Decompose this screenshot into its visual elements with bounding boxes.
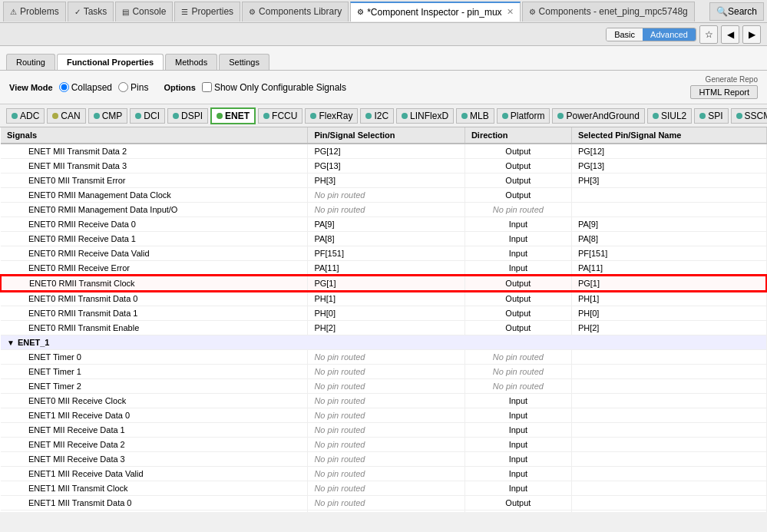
tab-settings[interactable]: Settings <box>219 54 269 70</box>
signal-tab-dspi[interactable]: DSPI <box>167 108 208 124</box>
collapsed-radio-input[interactable] <box>59 82 69 92</box>
mlb-dot <box>461 113 468 119</box>
tab-methods[interactable]: Methods <box>165 54 217 70</box>
table-row[interactable]: ENET0 RMII Management Data ClockNo pin r… <box>1 188 766 203</box>
component-inspector-icon: ⚙ <box>357 8 364 16</box>
signal-tab-adc[interactable]: ADC <box>6 108 45 124</box>
selected-pin-cell: PA[9] <box>571 217 766 232</box>
table-row[interactable]: ENET MII Receive Data 2No pin routedInpu… <box>1 438 766 452</box>
generate-report: Generate Repo HTML Report <box>690 75 758 99</box>
signal-name-cell: ENET1 MII Transmit Data 0 <box>1 496 308 511</box>
signal-tab-fccu[interactable]: FCCU <box>258 108 303 124</box>
signal-tab-linflexd[interactable]: LINFlexD <box>396 108 454 124</box>
table-row[interactable]: ENET0 RMII Transmit Data 1PH[0]OutputPH[… <box>1 306 766 321</box>
col-pin: Pin/Signal Selection <box>308 127 464 144</box>
table-row[interactable]: ENET0 MII Transmit ErrorPH[3]OutputPH[3] <box>1 173 766 188</box>
basic-button[interactable]: Basic <box>607 28 643 41</box>
mlb-label: MLB <box>470 111 489 121</box>
tab-console[interactable]: ▤ Console <box>115 2 173 21</box>
table-row[interactable]: ENET0 RMII Transmit Data 0PH[1]OutputPH[… <box>1 291 766 306</box>
tab-component-inspector[interactable]: ⚙ *Component Inspector - pin_mux ✕ <box>350 2 520 21</box>
signal-tab-siul2[interactable]: SIUL2 <box>647 108 692 124</box>
tab-components-enet[interactable]: ⚙ Components - enet_ping_mpc5748g <box>522 2 695 21</box>
search-icon: 🔍 <box>716 6 728 17</box>
sscm-dot <box>736 113 742 119</box>
direction-cell: Output <box>464 276 571 291</box>
table-row[interactable]: ENET0 RMII Receive Data ValidPF[151]Inpu… <box>1 246 766 261</box>
signal-tab-platform[interactable]: Platform <box>497 108 550 124</box>
signal-tab-powerandground[interactable]: PowerAndGround <box>552 108 644 124</box>
tab-components-lib[interactable]: ⚙ Components Library <box>242 2 349 21</box>
signal-tab-mlb[interactable]: MLB <box>456 108 494 124</box>
table-row[interactable]: ENET MII Receive Data 1No pin routedInpu… <box>1 423 766 438</box>
table-row[interactable]: ENET0 RMII Receive ErrorPA[11]InputPA[11… <box>1 261 766 276</box>
table-row[interactable]: ENET Timer 0No pin routedNo pin routed <box>1 350 766 365</box>
powerandground-label: PowerAndGround <box>566 111 639 121</box>
tab-problems[interactable]: ⚠ Problems <box>3 2 66 21</box>
selected-pin-cell <box>571 511 766 513</box>
table-row[interactable]: ENET0 RMII Transmit ClockPG[1]OutputPG[1… <box>1 276 766 291</box>
show-configurable-checkbox[interactable]: Show Only Configurable Signals <box>202 82 346 93</box>
star-button[interactable]: ☆ <box>699 25 718 44</box>
direction-cell: Output <box>464 188 571 203</box>
pins-radio-input[interactable] <box>118 82 128 92</box>
collapse-arrow[interactable]: ▼ <box>7 339 15 347</box>
back-button[interactable]: ◀ <box>721 25 739 44</box>
spi-label: SPI <box>708 111 722 121</box>
signal-tab-dci[interactable]: DCI <box>130 108 165 124</box>
table-row[interactable]: ▼ENET_1 <box>1 335 766 350</box>
selected-pin-cell <box>571 188 766 203</box>
options-group: Options Show Only Configurable Signals <box>164 82 346 93</box>
signal-tab-enet[interactable]: ENET <box>210 107 256 124</box>
table-row[interactable]: ENET Timer 1No pin routedNo pin routed <box>1 365 766 379</box>
tab-properties[interactable]: ☰ Properties <box>174 2 240 21</box>
signal-tab-flexray[interactable]: FlexRay <box>305 108 358 124</box>
html-report-button[interactable]: HTML Report <box>690 85 758 99</box>
pin-selection-cell: PG[12] <box>308 144 464 159</box>
table-row[interactable]: ENET1 MII Transmit ClockNo pin routedInp… <box>1 481 766 496</box>
direction-cell: Output <box>464 144 571 159</box>
table-row[interactable]: ENET MII Transmit Data 2PG[12]OutputPG[1… <box>1 144 766 159</box>
tab-functional[interactable]: Functional Properties <box>57 54 164 70</box>
table-row[interactable]: ENET0 RMII Transmit EnablePH[2]OutputPH[… <box>1 321 766 335</box>
tab-routing[interactable]: Routing <box>6 54 55 70</box>
table-container[interactable]: Signals Pin/Signal Selection Direction S… <box>0 127 767 512</box>
pin-selection-cell: No pin routed <box>308 496 464 511</box>
signal-tab-spi[interactable]: SPI <box>694 108 728 124</box>
pin-selection-cell: PA[9] <box>308 217 464 232</box>
cmp-label: CMP <box>102 111 123 121</box>
selected-pin-cell <box>571 350 766 365</box>
collapsed-radio[interactable]: Collapsed <box>59 82 112 93</box>
forward-button[interactable]: ▶ <box>742 25 761 44</box>
spi-dot <box>699 113 706 119</box>
tab-bar: ⚠ Problems ✓ Tasks ▤ Console ☰ Propertie… <box>0 0 767 23</box>
signal-tab-i2c[interactable]: I2C <box>360 108 394 124</box>
pin-selection-cell: No pin routed <box>308 203 464 217</box>
search-tab[interactable]: 🔍 Search <box>709 2 764 21</box>
table-row[interactable]: ENET MII Transmit Data 3PG[13]OutputPG[1… <box>1 159 766 173</box>
table-row[interactable]: ENET1 MII Receive Data ValidNo pin route… <box>1 467 766 481</box>
show-configurable-input[interactable] <box>202 82 212 92</box>
pins-radio[interactable]: Pins <box>118 82 148 93</box>
properties-icon: ☰ <box>181 8 188 16</box>
signal-tab-sscm[interactable]: SSCM <box>731 108 767 124</box>
tasks-icon: ✓ <box>74 8 81 16</box>
table-row[interactable]: ENET1 MII Transmit Data 1No pin routedOu… <box>1 511 766 513</box>
direction-cell: Output <box>464 511 571 513</box>
signal-tab-can[interactable]: CAN <box>47 108 85 124</box>
table-row[interactable]: ENET0 RMII Management Data Input/ONo pin… <box>1 203 766 217</box>
direction-cell: No pin routed <box>464 203 571 217</box>
table-row[interactable]: ENET1 MII Transmit Data 0No pin routedOu… <box>1 496 766 511</box>
close-icon[interactable]: ✕ <box>507 7 514 17</box>
direction-cell: No pin routed <box>464 350 571 365</box>
table-row[interactable]: ENET1 MII Receive Data 0No pin routedInp… <box>1 408 766 423</box>
table-row[interactable]: ENET MII Receive Data 3No pin routedInpu… <box>1 452 766 467</box>
advanced-button[interactable]: Advanced <box>643 28 696 41</box>
table-row[interactable]: ENET0 RMII Receive Data 1PA[8]InputPA[8] <box>1 232 766 246</box>
table-row[interactable]: ENET Timer 2No pin routedNo pin routed <box>1 379 766 394</box>
signal-tab-cmp[interactable]: CMP <box>88 108 128 124</box>
table-row[interactable]: ENET0 RMII Receive Data 0PA[9]InputPA[9] <box>1 217 766 232</box>
tab-tasks[interactable]: ✓ Tasks <box>68 2 114 21</box>
table-row[interactable]: ENET0 MII Receive ClockNo pin routedInpu… <box>1 394 766 408</box>
selected-pin-cell: PH[1] <box>571 291 766 306</box>
